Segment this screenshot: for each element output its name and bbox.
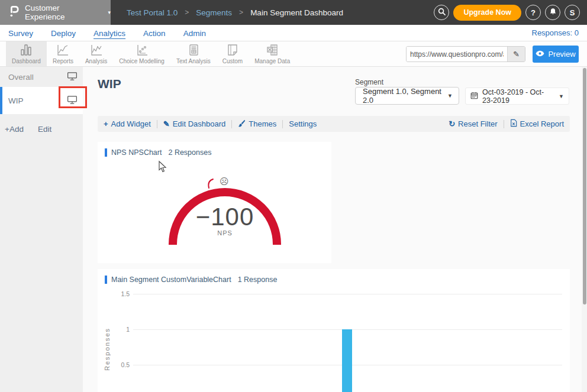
monitor-icon[interactable]: [67, 72, 78, 83]
tool-manage-data[interactable]: Manage Data: [249, 41, 296, 66]
breadcrumb-separator: >: [239, 8, 243, 17]
tool-reports[interactable]: Reports: [47, 41, 79, 66]
excel-report-button[interactable]: Excel Report: [510, 119, 564, 129]
divider: [282, 120, 283, 128]
help-button[interactable]: ?: [525, 5, 541, 20]
sidebar-item-label: WIP: [8, 96, 24, 105]
nav-survey[interactable]: Survey: [8, 29, 33, 38]
widget-accent-bar: [105, 276, 107, 284]
scrollbar-thumb[interactable]: [583, 68, 586, 304]
tool-choice-modelling[interactable]: Choice Modelling: [113, 41, 170, 66]
preview-label: Preview: [548, 50, 575, 59]
segment-select[interactable]: Segment 1.0, Segment 2.0 ▼: [355, 87, 459, 105]
widget-accent-bar: [105, 148, 107, 157]
tool-analysis[interactable]: Analysis: [79, 41, 113, 66]
add-widget-label: Add Widget: [111, 119, 151, 128]
widget-title: Main Segment CustomVariableChart: [111, 276, 231, 284]
manage-data-icon: [265, 43, 280, 57]
tutorial-highlight-box: [59, 86, 87, 108]
search-button[interactable]: [434, 5, 449, 20]
themes-button[interactable]: Themes: [238, 119, 276, 129]
page-title: WIP: [98, 77, 121, 91]
settings-button[interactable]: Settings: [289, 119, 317, 128]
excel-report-label: Excel Report: [520, 119, 564, 128]
dashboard-sidebar: Overall WIP +Add Edit: [0, 67, 83, 392]
reset-filter-label: Reset Filter: [458, 119, 497, 128]
chevron-down-icon: ▾: [108, 9, 111, 15]
tool-text-analysis[interactable]: Text Analysis: [170, 41, 217, 66]
tool-label: Dashboard: [12, 58, 41, 64]
tool-label: Analysis: [85, 58, 107, 64]
y-tick-0-5: 0.5: [114, 361, 130, 368]
tool-custom[interactable]: Custom: [217, 41, 249, 66]
y-tick-1-5: 1.5: [114, 290, 130, 297]
dashboard-url-box: ✎: [406, 46, 525, 62]
primary-nav: Survey Deploy Analytics Action Admin Res…: [0, 25, 587, 41]
custom-variable-widget: Main Segment CustomVariableChart 1 Respo…: [98, 269, 570, 392]
bell-icon: [549, 8, 557, 17]
pencil-icon: ✎: [513, 50, 520, 59]
tool-dashboard[interactable]: Dashboard: [6, 41, 47, 66]
dashboard-action-bar: + Add Widget ✎ Edit Dashboard Themes Set…: [98, 116, 570, 132]
notifications-button[interactable]: [545, 5, 560, 20]
widget-header: Main Segment CustomVariableChart 1 Respo…: [98, 269, 570, 284]
upgrade-now-button[interactable]: Upgrade Now: [453, 5, 521, 21]
edit-dashboard-label: Edit Dashboard: [173, 119, 226, 128]
nav-action[interactable]: Action: [143, 29, 166, 38]
analysis-icon: [89, 43, 104, 57]
search-icon: [438, 8, 446, 17]
user-avatar[interactable]: S: [565, 5, 580, 20]
nav-admin[interactable]: Admin: [183, 29, 206, 38]
themes-label: Themes: [249, 119, 276, 128]
tool-label: Manage Data: [254, 58, 290, 64]
add-widget-button[interactable]: + Add Widget: [104, 119, 151, 128]
product-switcher[interactable]: Customer Experience ▾: [0, 0, 111, 25]
tool-label: Text Analysis: [176, 58, 211, 64]
divider: [231, 120, 232, 128]
reports-icon: [55, 43, 70, 57]
bar-series-value-1: [342, 329, 352, 392]
responses-count[interactable]: Responses: 0: [532, 28, 579, 37]
edit-dashboard-link[interactable]: Edit: [38, 125, 51, 134]
vertical-scrollbar[interactable]: [582, 25, 587, 392]
breadcrumb-current: Main Segment Dashboard: [250, 8, 343, 17]
selected-indicator: [0, 87, 2, 114]
top-header: Customer Experience ▾ Test Portal 1.0 > …: [0, 0, 587, 25]
segment-label: Segment: [355, 78, 383, 86]
nps-widget: NPS NPSChart 2 Responses ☹ −100 NPS: [98, 142, 331, 263]
choice-modelling-icon: [134, 43, 150, 57]
widget-responses: 2 Responses: [168, 148, 211, 157]
chevron-down-icon: ▼: [447, 93, 453, 99]
date-range-value: Oct-03-2019 - Oct-23-2019: [482, 88, 554, 105]
preview-button[interactable]: Preview: [533, 46, 579, 63]
edit-dashboard-button[interactable]: ✎ Edit Dashboard: [163, 119, 226, 128]
tool-label: Choice Modelling: [119, 58, 165, 64]
widget-header: NPS NPSChart 2 Responses: [98, 142, 331, 157]
eye-icon: [536, 50, 544, 59]
sidebar-item-overall[interactable]: Overall: [0, 67, 83, 87]
chevron-down-icon: ▼: [559, 93, 564, 99]
edit-url-button[interactable]: ✎: [507, 47, 525, 61]
date-range-picker[interactable]: Oct-03-2019 - Oct-23-2019 ▼: [465, 88, 569, 105]
nav-analytics[interactable]: Analytics: [93, 29, 125, 38]
breadcrumb-segments[interactable]: Segments: [196, 8, 232, 17]
page: Customer Experience ▾ Test Portal 1.0 > …: [0, 0, 587, 392]
widget-responses: 1 Response: [238, 276, 278, 284]
product-name: Customer Experience: [25, 4, 101, 21]
gridline: [133, 294, 562, 294]
breadcrumb-separator: >: [185, 8, 189, 17]
divider: [157, 120, 157, 128]
sad-face-icon: ☹: [220, 176, 229, 187]
questionpro-logo-icon: [8, 4, 20, 21]
reset-filter-button[interactable]: ↻ Reset Filter: [449, 119, 497, 128]
brush-icon: [238, 119, 246, 129]
y-axis-label: Responses: [104, 313, 112, 384]
sidebar-item-label: Overall: [8, 73, 34, 82]
tool-label: Reports: [53, 58, 73, 64]
breadcrumb-portal[interactable]: Test Portal 1.0: [127, 8, 178, 17]
add-dashboard-link[interactable]: +Add: [5, 125, 24, 134]
nps-score-value: −100: [169, 203, 281, 231]
dashboard-url-input[interactable]: [407, 47, 507, 61]
nav-deploy[interactable]: Deploy: [51, 29, 76, 38]
breadcrumb: Test Portal 1.0 > Segments > Main Segmen…: [127, 0, 343, 25]
